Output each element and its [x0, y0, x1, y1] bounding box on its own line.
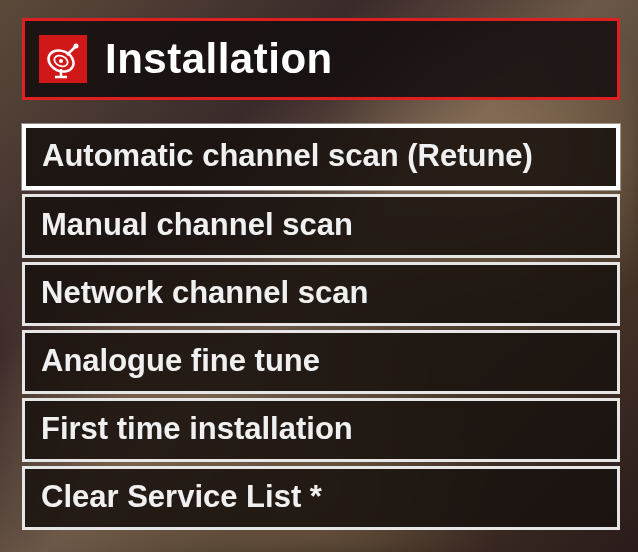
menu-item-label: Manual channel scan — [41, 207, 353, 242]
menu-item-first-time-installation[interactable]: First time installation — [22, 398, 620, 462]
svg-point-2 — [59, 59, 63, 63]
menu-item-label: Network channel scan — [41, 275, 368, 310]
menu-item-label: Clear Service List * — [41, 479, 322, 514]
menu-item-manual-channel-scan[interactable]: Manual channel scan — [22, 194, 620, 258]
menu-item-analogue-fine-tune[interactable]: Analogue fine tune — [22, 330, 620, 394]
installation-panel: Installation Automatic channel scan (Ret… — [22, 18, 620, 530]
menu-item-network-channel-scan[interactable]: Network channel scan — [22, 262, 620, 326]
menu-list: Automatic channel scan (Retune) Manual c… — [22, 124, 620, 530]
satellite-dish-icon — [39, 35, 87, 83]
menu-item-label: Analogue fine tune — [41, 343, 320, 378]
menu-item-label: Automatic channel scan (Retune) — [42, 138, 533, 173]
menu-item-clear-service-list[interactable]: Clear Service List * — [22, 466, 620, 530]
menu-item-automatic-channel-scan[interactable]: Automatic channel scan (Retune) — [22, 124, 620, 190]
svg-line-3 — [67, 47, 75, 55]
panel-title: Installation — [105, 35, 333, 83]
menu-item-label: First time installation — [41, 411, 353, 446]
panel-header: Installation — [22, 18, 620, 100]
svg-point-4 — [74, 44, 79, 49]
